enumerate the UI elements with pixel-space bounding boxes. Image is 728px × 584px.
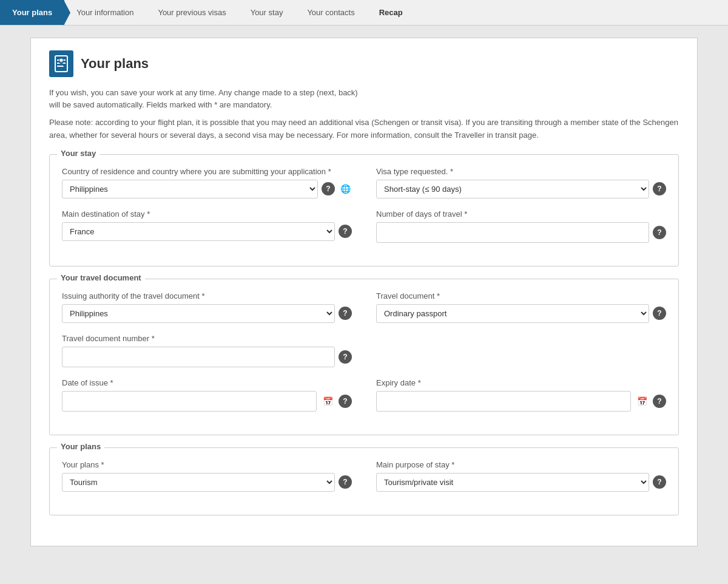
doc-number-group: Travel document number * ? <box>62 334 352 367</box>
visa-type-label: Visa type requested. * <box>376 167 666 176</box>
issuing-authority-label: Issuing authority of the travel document… <box>62 291 352 300</box>
your-stay-legend: Your stay <box>57 149 99 158</box>
travel-doc-type-label: Travel document * <box>376 291 666 300</box>
destination-group: Main destination of stay * France ? <box>62 209 352 243</box>
expiry-date-calendar-icon[interactable]: 📅 <box>635 394 649 409</box>
travel-doc-type-group: Travel document * Ordinary passport ? <box>376 291 666 323</box>
your-plans-section: Your plans Your plans * Tourism ? Main p… <box>49 447 679 515</box>
doc-number-label: Travel document number * <box>62 334 352 343</box>
main-purpose-help-icon[interactable]: ? <box>653 475 666 489</box>
days-help-icon[interactable]: ? <box>653 226 666 239</box>
days-label: Number of days of travel * <box>376 209 666 219</box>
doc-number-input-row: ? <box>62 347 352 367</box>
travel-doc-legend: Your travel document <box>57 273 145 282</box>
page-title: Your plans <box>81 56 149 72</box>
plans-group: Your plans * Tourism ? <box>62 460 352 492</box>
main-purpose-label: Main purpose of stay * <box>376 460 666 469</box>
date-of-issue-input-row: 📅 ? <box>62 391 352 412</box>
country-select[interactable]: Philippines <box>62 180 318 199</box>
svg-point-6 <box>60 59 63 62</box>
travel-doc-row-3: Date of issue * 📅 ? Expiry date * 📅 ? <box>62 378 666 412</box>
info-note: Please note: according to your flight pl… <box>49 117 679 142</box>
main-purpose-input-row: Tourism/private visit ? <box>376 473 666 492</box>
expiry-date-input[interactable] <box>376 391 631 412</box>
days-input-row: 10 ? <box>376 222 666 243</box>
expiry-date-group: Expiry date * 📅 ? <box>376 378 666 412</box>
doc-number-help-icon[interactable]: ? <box>339 350 352 364</box>
travel-doc-row-2: Travel document number * ? <box>62 334 666 367</box>
destination-input-row: France ? <box>62 222 352 241</box>
country-group: Country of residence and country where y… <box>62 167 352 199</box>
top-navigation: Your plans Your information Your previou… <box>0 0 728 25</box>
country-input-row: Philippines ? 🌐 <box>62 180 352 199</box>
issuing-authority-group: Issuing authority of the travel document… <box>62 291 352 323</box>
stay-row-1: Country of residence and country where y… <box>62 167 666 199</box>
travel-doc-type-select[interactable]: Ordinary passport <box>376 304 649 323</box>
travel-document-section: Your travel document Issuing authority o… <box>49 279 679 435</box>
visa-type-select[interactable]: Short-stay (≤ 90 days) <box>376 180 649 199</box>
plans-help-icon[interactable]: ? <box>339 475 352 489</box>
country-help-icon[interactable]: ? <box>322 182 335 195</box>
main-purpose-select[interactable]: Tourism/private visit <box>376 473 649 492</box>
document-icon <box>55 55 68 72</box>
expiry-date-label: Expiry date * <box>376 378 666 387</box>
days-input[interactable]: 10 <box>376 222 649 243</box>
page-title-row: Your plans <box>49 50 679 77</box>
visa-type-input-row: Short-stay (≤ 90 days) ? <box>376 180 666 199</box>
country-label: Country of residence and country where y… <box>62 167 352 176</box>
issuing-authority-input-row: Philippines ? <box>62 304 352 323</box>
plans-input-row: Tourism ? <box>62 473 352 492</box>
date-of-issue-calendar-icon[interactable]: 📅 <box>320 394 335 409</box>
main-content: Your plans If you wish, you can save you… <box>30 38 698 546</box>
page-icon <box>49 50 73 77</box>
issuing-authority-select[interactable]: Philippines <box>62 304 335 323</box>
expiry-date-help-icon[interactable]: ? <box>653 395 666 408</box>
stay-row-2: Main destination of stay * France ? Numb… <box>62 209 666 243</box>
expiry-date-input-row: 📅 ? <box>376 391 666 412</box>
visa-type-group: Visa type requested. * Short-stay (≤ 90 … <box>376 167 666 199</box>
nav-item-your-stay[interactable]: Your stay <box>238 0 295 25</box>
issuing-authority-help-icon[interactable]: ? <box>339 307 352 320</box>
date-of-issue-label: Date of issue * <box>62 378 352 387</box>
nav-item-your-plans[interactable]: Your plans <box>0 0 64 25</box>
doc-number-input[interactable] <box>62 347 335 367</box>
your-stay-section: Your stay Country of residence and count… <box>49 154 679 267</box>
plans-row-1: Your plans * Tourism ? Main purpose of s… <box>62 460 666 492</box>
info-text-line1: If you wish, you can save your work at a… <box>49 87 679 110</box>
date-of-issue-group: Date of issue * 📅 ? <box>62 378 352 412</box>
nav-item-recap[interactable]: Recap <box>367 0 415 25</box>
days-group: Number of days of travel * 10 ? <box>376 209 666 243</box>
travel-doc-type-input-row: Ordinary passport ? <box>376 304 666 323</box>
nav-item-your-information[interactable]: Your information <box>64 0 146 25</box>
visa-type-help-icon[interactable]: ? <box>653 182 666 195</box>
travel-doc-type-help-icon[interactable]: ? <box>653 307 666 320</box>
travel-doc-row-1: Issuing authority of the travel document… <box>62 291 666 323</box>
date-of-issue-help-icon[interactable]: ? <box>339 395 352 408</box>
doc-row2-right-spacer <box>376 334 666 367</box>
plans-label: Your plans * <box>62 460 352 469</box>
nav-item-your-contacts[interactable]: Your contacts <box>295 0 366 25</box>
destination-help-icon[interactable]: ? <box>339 225 352 238</box>
destination-label: Main destination of stay * <box>62 209 352 219</box>
main-purpose-group: Main purpose of stay * Tourism/private v… <box>376 460 666 492</box>
destination-select[interactable]: France <box>62 222 335 241</box>
date-of-issue-input[interactable] <box>62 391 317 412</box>
plans-select[interactable]: Tourism <box>62 473 335 492</box>
your-plans-legend: Your plans <box>57 442 104 451</box>
country-globe-icon[interactable]: 🌐 <box>339 182 352 195</box>
nav-item-your-previous-visas[interactable]: Your previous visas <box>146 0 238 25</box>
